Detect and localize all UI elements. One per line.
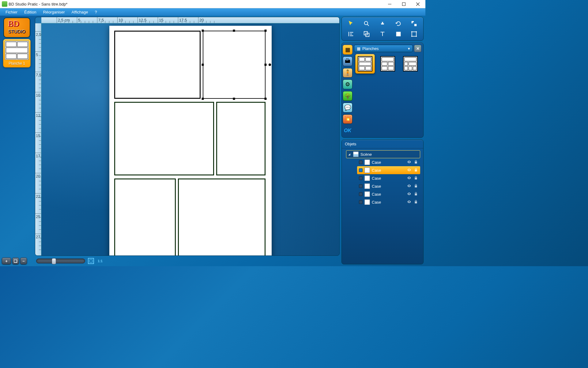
tree-scene[interactable]: ◢Scène (346, 150, 420, 158)
svg-point-10 (411, 36, 413, 37)
menu-edition[interactable]: Édition (21, 9, 40, 15)
transform-tool[interactable] (407, 19, 421, 28)
visibility-icon[interactable] (407, 160, 412, 165)
zoom-slider[interactable] (36, 259, 85, 263)
svg-point-3 (364, 21, 368, 25)
titlebar: BD Studio Pratic - Sans titre.bdp* (0, 0, 425, 8)
menu-help[interactable]: ? (92, 9, 100, 15)
tree-item[interactable]: Case (357, 174, 420, 182)
selection-handle[interactable] (264, 98, 266, 100)
remove-page-button[interactable]: − (20, 258, 27, 264)
cat-backgrounds[interactable]: 🏔 (343, 56, 352, 66)
selection-handle[interactable] (264, 30, 266, 32)
pan-tool[interactable] (375, 19, 390, 28)
pages-sidebar: BDSTUDIO Planche 1 (0, 16, 34, 266)
rotate-tool[interactable] (391, 19, 406, 28)
cat-props[interactable]: ⚙ (343, 79, 352, 89)
svg-rect-2 (90, 260, 92, 263)
comic-panel[interactable] (114, 102, 214, 175)
tree-item[interactable]: Case (357, 198, 420, 206)
selection-handle[interactable] (233, 30, 235, 32)
cat-bubbles[interactable]: 💬 (343, 103, 352, 113)
cat-ok[interactable]: OK (343, 126, 352, 136)
comic-panel[interactable] (114, 31, 201, 99)
library-panel: ▦ 🏔 🧍 ⚙ 🌳 💬 💥 OK ▦Planches ▾ ✕ (341, 43, 424, 138)
minimize-button[interactable] (383, 0, 397, 8)
lock-icon[interactable] (413, 176, 418, 181)
page[interactable]: 1 (109, 26, 272, 255)
visibility-icon[interactable] (407, 176, 412, 181)
menu-reorganiser[interactable]: Réorganiser (40, 9, 68, 15)
tree-item[interactable]: Case (357, 182, 420, 190)
objects-tree: ◢ScèneCaseCaseCaseCaseCaseCase (342, 148, 423, 264)
template-item[interactable] (378, 54, 398, 74)
toolbar (341, 17, 424, 41)
app-icon (2, 1, 7, 7)
library-dropdown[interactable]: ▦Planches ▾ (354, 45, 413, 52)
comic-panel[interactable] (178, 178, 266, 255)
lock-icon[interactable] (413, 168, 418, 173)
comic-panel[interactable] (216, 102, 266, 175)
template-item[interactable] (355, 54, 375, 74)
templates-icon: ▦ (357, 46, 360, 51)
svg-rect-6 (396, 32, 401, 36)
cat-characters[interactable]: 🧍 (343, 68, 352, 78)
duplicate-page-button[interactable]: ❏ (12, 258, 19, 264)
zoom-100-icon[interactable]: 1:1 (97, 258, 104, 264)
menu-affichage[interactable]: Affichage (69, 9, 91, 15)
close-button[interactable] (411, 0, 425, 8)
cat-templates[interactable]: ▦ (343, 45, 352, 55)
selection-handle[interactable] (202, 30, 204, 32)
lock-icon[interactable] (413, 184, 418, 189)
svg-rect-0 (402, 2, 405, 6)
lock-icon[interactable] (413, 192, 418, 197)
cat-nature[interactable]: 🌳 (343, 91, 352, 101)
tree-item[interactable]: Case (357, 158, 420, 166)
template-item[interactable] (401, 54, 420, 74)
svg-point-8 (411, 31, 413, 33)
comic-panel[interactable] (114, 178, 176, 255)
selection-handle[interactable] (202, 98, 204, 100)
rotation-handle[interactable] (269, 63, 271, 66)
zoom-bar: 1:1 (36, 258, 104, 264)
maximize-button[interactable] (397, 0, 411, 8)
objects-panel: Objets ◢ScèneCaseCaseCaseCaseCaseCase (341, 140, 424, 264)
selection-handle[interactable] (233, 98, 235, 100)
objects-header: Objets (342, 140, 423, 148)
selection-handle[interactable] (264, 64, 266, 66)
add-page-button[interactable]: + (2, 258, 11, 264)
visibility-icon[interactable] (407, 184, 412, 189)
zoom-knob[interactable] (52, 258, 56, 264)
align-tool[interactable] (344, 29, 358, 39)
zoom-tool[interactable] (360, 19, 374, 28)
cat-effects[interactable]: 💥 (343, 114, 352, 124)
selection-handle[interactable] (202, 64, 204, 66)
fit-screen-icon[interactable] (88, 258, 94, 264)
template-list (354, 54, 421, 74)
svg-rect-1 (88, 258, 94, 264)
category-tabs: ▦ 🏔 🧍 ⚙ 🌳 💬 💥 OK (342, 43, 353, 137)
visibility-icon[interactable] (407, 168, 412, 173)
page-tools: + ❏ − (2, 258, 27, 264)
pointer-tool[interactable] (344, 19, 358, 28)
crop-tool[interactable] (407, 29, 421, 39)
frame-tool[interactable] (391, 29, 406, 39)
layers-tool[interactable] (360, 29, 374, 39)
visibility-icon[interactable] (407, 192, 412, 197)
thumbnail-preview (5, 41, 29, 60)
tree-item[interactable]: Case (357, 166, 420, 174)
comic-panel-selected[interactable] (203, 31, 266, 99)
canvas-scroll[interactable]: 1 (41, 23, 339, 255)
tree-item[interactable]: Case (357, 190, 420, 198)
lock-icon[interactable] (413, 160, 418, 165)
text-tool[interactable] (375, 29, 390, 39)
thumbnail-label: Planche 1 (9, 61, 25, 66)
chevron-down-icon: ▾ (408, 46, 410, 51)
lock-icon[interactable] (413, 200, 418, 205)
menu-fichier[interactable]: Fichier (2, 9, 21, 15)
page-thumbnail[interactable]: Planche 1 (3, 39, 31, 67)
close-panel-button[interactable]: ✕ (414, 45, 421, 52)
visibility-icon[interactable] (407, 200, 412, 205)
svg-point-9 (416, 31, 417, 33)
window-title: BD Studio Pratic - Sans titre.bdp* (9, 2, 383, 6)
